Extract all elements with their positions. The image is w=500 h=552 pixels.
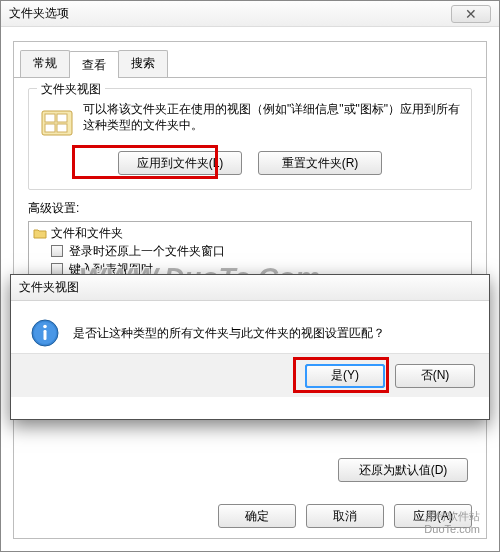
svg-rect-4 <box>57 124 67 132</box>
ok-button[interactable]: 确定 <box>218 504 296 528</box>
tab-search[interactable]: 搜索 <box>118 50 168 77</box>
advanced-settings-label: 高级设置: <box>28 200 472 217</box>
svg-rect-3 <box>45 124 55 132</box>
confirm-message: 是否让这种类型的所有文件夹与此文件夹的视图设置匹配？ <box>73 325 385 342</box>
no-button[interactable]: 否(N) <box>395 364 475 388</box>
parent-title: 文件夹选项 <box>9 5 69 22</box>
confirm-title-bar: 文件夹视图 <box>11 275 489 301</box>
svg-rect-1 <box>45 114 55 122</box>
corner-watermark: 多特软件站 DuoTe.com <box>424 510 480 536</box>
tab-view[interactable]: 查看 <box>69 51 119 78</box>
tree-root: 文件和文件夹 <box>51 225 123 242</box>
svg-rect-2 <box>57 114 67 122</box>
tab-strip: 常规 查看 搜索 <box>14 42 486 78</box>
restore-defaults-button[interactable]: 还原为默认值(D) <box>338 458 468 482</box>
folder-views-icon <box>39 105 75 141</box>
info-icon <box>29 317 61 349</box>
parent-title-bar: 文件夹选项 ✕ <box>1 1 499 27</box>
group-folder-view: 文件夹视图 可以将该文件夹正在使用的视图（例如"详细信息"或"图标"）应用到所有… <box>28 88 472 190</box>
annotation-apply-to-folders <box>72 145 218 179</box>
group-folder-view-title: 文件夹视图 <box>37 81 105 98</box>
annotation-yes <box>293 357 389 393</box>
svg-rect-7 <box>44 330 47 340</box>
checkbox-icon[interactable] <box>51 245 63 257</box>
close-icon[interactable]: ✕ <box>451 5 491 23</box>
tree-item[interactable]: 登录时还原上一个文件夹窗口 <box>69 243 225 260</box>
confirm-dialog: 文件夹视图 是否让这种类型的所有文件夹与此文件夹的视图设置匹配？ 是(Y) 否(… <box>10 274 490 420</box>
svg-point-8 <box>43 325 47 329</box>
tab-general[interactable]: 常规 <box>20 50 70 77</box>
reset-folders-button[interactable]: 重置文件夹(R) <box>258 151 382 175</box>
cancel-button[interactable]: 取消 <box>306 504 384 528</box>
confirm-title: 文件夹视图 <box>19 279 79 296</box>
folder-icon <box>33 227 47 239</box>
folder-view-description: 可以将该文件夹正在使用的视图（例如"详细信息"或"图标"）应用到所有这种类型的文… <box>83 101 461 133</box>
